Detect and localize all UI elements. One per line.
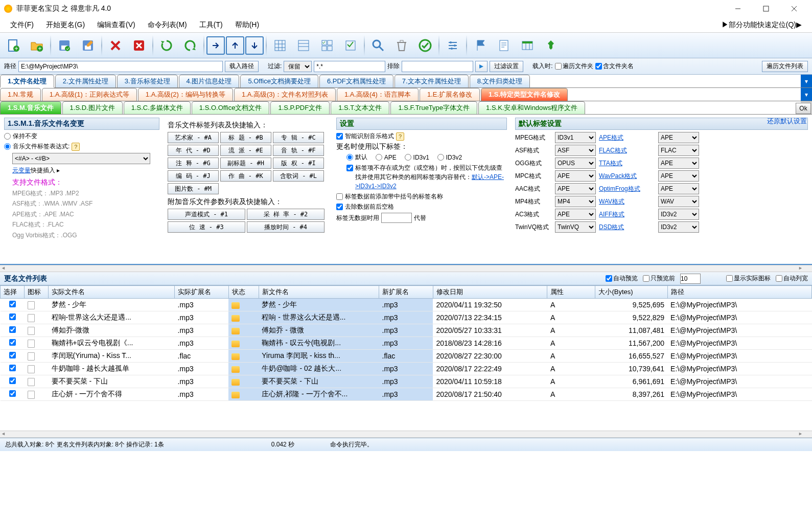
col-header[interactable]: 图标 (25, 286, 49, 299)
tab-fileattr[interactable]: 2.文件属性处理 (55, 75, 116, 87)
col-header[interactable]: 状态 (228, 286, 259, 299)
chk-smart[interactable] (336, 133, 343, 140)
gtab-office[interactable]: 1.S.O.Office文档文件 (192, 101, 270, 114)
table-row[interactable]: 程响-世界这么大还是遇....mp3程响 - 世界这么大还是遇....mp320… (1, 311, 812, 324)
tag-button[interactable]: 图片数 - #M (168, 183, 219, 194)
fmt-select[interactable]: ID3v2 (658, 221, 699, 233)
fmt-select[interactable]: APE (658, 170, 699, 182)
load-path-button[interactable]: 载入路径 (225, 61, 259, 72)
gtab-image[interactable]: 1.S.D.图片文件 (62, 101, 123, 114)
fmt-select[interactable]: TwinVQ (555, 221, 596, 233)
chk-autocols[interactable]: 自动列宽 (776, 274, 808, 283)
fmt-link[interactable]: APE格式 (599, 133, 655, 142)
col-header[interactable]: 实际文件名 (49, 286, 175, 299)
gtab-pdf[interactable]: 1.S.P.PDF文件 (270, 101, 330, 114)
fmt-select[interactable]: ASF (555, 145, 596, 156)
filter-pattern-input[interactable] (314, 61, 385, 72)
tool-clear-icon[interactable] (128, 34, 150, 57)
fmt-link[interactable]: DSD格式 (599, 223, 655, 232)
tool-flag-icon[interactable] (469, 34, 492, 57)
tool-save-icon[interactable] (53, 34, 76, 57)
col-header[interactable]: 修改日期 (433, 286, 547, 299)
tag-button[interactable]: 声道模式 - #1 (168, 209, 245, 220)
tool-arrow-right-icon[interactable] (206, 36, 225, 55)
maximize-button[interactable] (752, 0, 780, 17)
radio-id3v2[interactable] (437, 154, 444, 161)
radio-expr[interactable] (4, 143, 11, 150)
table-row[interactable]: 牛奶咖啡 - 越长大越孤单.mp3牛奶@咖啡 - 02 越长大....mp320… (1, 363, 812, 375)
fmt-select[interactable]: WAV (658, 196, 699, 207)
path-input[interactable] (18, 61, 223, 72)
radio-default[interactable] (346, 154, 353, 161)
tag-button[interactable]: 音 轨 - #F (273, 145, 324, 156)
tool-arrow-down-icon[interactable] (245, 36, 264, 55)
table-row[interactable]: 傅如乔-微微.mp3傅如乔 - 微微.mp32020/05/27 10:33:3… (1, 324, 812, 337)
include-folder-checkbox[interactable]: 含文件夹名 (595, 62, 634, 71)
row-checkbox[interactable] (9, 390, 16, 397)
tab-office[interactable]: 5.Office文档摘要处理 (240, 75, 318, 87)
fmt-select[interactable]: APE (555, 183, 596, 194)
tag-button[interactable]: 年 代 - #D (168, 145, 219, 156)
tool-grid-icon[interactable] (269, 34, 291, 57)
fmt-select[interactable]: ID3v2 (658, 209, 699, 220)
preview-n-input[interactable] (680, 274, 701, 284)
chk-onlypreview[interactable]: 只预览前 (643, 274, 675, 283)
tool-reload-icon[interactable] (179, 34, 201, 57)
subtab-normal[interactable]: 1.N.常规 (0, 88, 41, 101)
fmt-link[interactable]: AIFF格式 (599, 210, 655, 219)
fmt-select[interactable]: APE (658, 158, 699, 169)
tag-button[interactable]: 注 释 - #G (168, 158, 219, 169)
tag-button[interactable]: 播放时间 - #4 (247, 221, 324, 233)
subtab-adv3[interactable]: 1.A.高级(3)：文件名对照列表 (234, 88, 336, 101)
table-row[interactable]: 要不要买菜 - 下山.mp3要不要买菜 - 下山.mp32020/04/11 1… (1, 375, 812, 388)
tab-music[interactable]: 3.音乐标签处理 (117, 75, 178, 87)
fmt-select[interactable]: APE (555, 209, 596, 220)
table-scrollbar[interactable] (0, 431, 812, 438)
filter-go-button[interactable] (475, 61, 488, 72)
recurse-checkbox[interactable]: 遍历文件夹 (555, 62, 593, 71)
tag-button[interactable]: 艺术家 - #A (168, 132, 219, 143)
fmt-select[interactable]: APE (658, 132, 699, 143)
chk-trim[interactable] (336, 204, 343, 210)
tool-sliders-icon[interactable] (442, 34, 464, 57)
tab-filename[interactable]: 1.文件名处理 (0, 75, 54, 88)
radio-keep[interactable] (4, 133, 11, 140)
table-row[interactable]: 庄心妍 - 一万个舍不得.mp3庄心妍,祁隆 - 一万个舍不....mp3202… (1, 388, 812, 401)
tab-classify[interactable]: 8.文件归类处理 (470, 75, 530, 87)
ok-button[interactable]: Ok (796, 103, 811, 114)
restore-link[interactable]: 还原默认设置 (767, 117, 807, 126)
fmt-select[interactable]: APE (555, 170, 596, 182)
tool-refresh-icon[interactable] (155, 34, 178, 57)
filter-settings-button[interactable]: 过滤设置 (490, 61, 523, 72)
metavar-link[interactable]: 元变量 (12, 167, 31, 174)
tag-button[interactable]: 作 曲 - #K (220, 170, 271, 182)
tag-button[interactable]: 采 样 率 - #2 (247, 209, 324, 220)
menu-help[interactable]: 帮助(H) (229, 18, 265, 32)
table-row[interactable]: 李闰珉(Yiruma) - Kiss T....flacYiruma 李闰珉 -… (1, 350, 812, 363)
chk-showicons[interactable]: 显示实际图标 (726, 274, 771, 283)
tabs-sub-menu-icon[interactable]: ▾ (801, 88, 812, 101)
menu-edit[interactable]: 编辑查看(V) (91, 18, 142, 32)
content-scrollbar[interactable] (0, 265, 812, 272)
tag-button[interactable]: 编 码 - #J (168, 170, 219, 182)
tool-checkall-icon[interactable] (316, 34, 338, 57)
tool-apply-icon[interactable] (414, 34, 436, 57)
nodata-input[interactable] (381, 213, 412, 223)
subtab-ext[interactable]: 1.E.扩展名修改 (420, 88, 480, 101)
close-button[interactable] (780, 0, 808, 17)
fmt-link[interactable]: TTA格式 (599, 159, 655, 168)
menu-tools[interactable]: 工具(T) (193, 18, 229, 32)
tabs-main-menu-icon[interactable]: ▾ (801, 75, 812, 87)
subtab-special[interactable]: 1.S.特定类型文件名修改 (481, 88, 568, 101)
fmt-select[interactable]: OPUS (555, 158, 596, 169)
menu-cmdlist[interactable]: 命令列表(M) (142, 18, 193, 32)
tag-button[interactable]: 位 速 - #3 (168, 221, 245, 233)
tool-pin-icon[interactable] (540, 34, 562, 57)
col-header[interactable]: 实际扩展名 (175, 286, 229, 299)
table-row[interactable]: 梦然 - 少年.mp3梦然 - 少年.mp32020/04/11 19:32:5… (1, 299, 812, 311)
row-checkbox[interactable] (9, 301, 16, 307)
minimize-button[interactable] (724, 0, 752, 17)
tool-open-icon[interactable]: + (26, 34, 48, 57)
tag-button[interactable]: 流 派 - #E (220, 145, 271, 156)
traverse-list-button[interactable]: 遍历文件列表 (762, 61, 808, 72)
